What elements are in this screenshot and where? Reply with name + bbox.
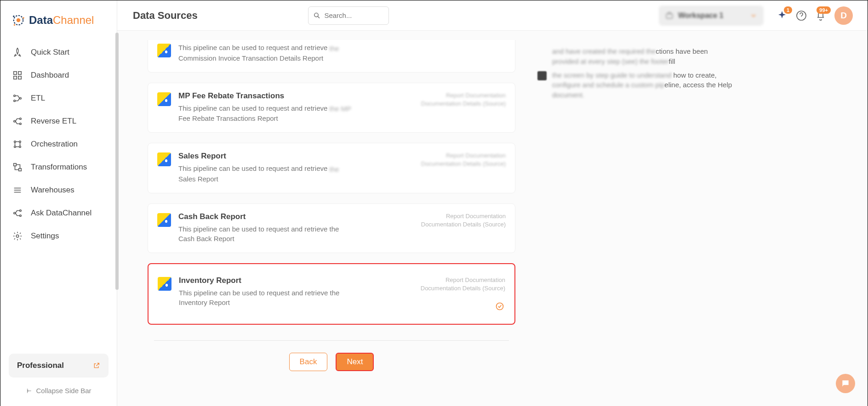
svg-point-10 bbox=[14, 100, 16, 102]
nav-label: Settings bbox=[31, 231, 59, 241]
svg-point-23 bbox=[14, 212, 16, 214]
card-desc: This pipeline can be used to request and… bbox=[178, 103, 353, 124]
flipkart-icon bbox=[158, 277, 171, 291]
svg-point-3 bbox=[23, 17, 24, 18]
card-links[interactable]: Report DocumentationDocumentation Detail… bbox=[421, 276, 505, 307]
card-desc: This pipeline can be used to request and… bbox=[178, 224, 353, 243]
topbar: Data Sources Workspace 1 1 bbox=[117, 0, 868, 31]
pipeline-card[interactable]: Cash Back Report This pipeline can be us… bbox=[148, 203, 515, 253]
flipkart-icon bbox=[157, 92, 171, 106]
sidebar-item-warehouses[interactable]: Warehouses bbox=[6, 179, 111, 202]
nav-label: Ask DataChannel bbox=[31, 209, 91, 218]
sidebar-scrollbar[interactable] bbox=[115, 33, 119, 290]
svg-point-31 bbox=[847, 382, 848, 383]
card-links[interactable]: Report DocumentationDocumentation Detail… bbox=[421, 91, 506, 124]
sidebar-item-transformations[interactable]: Transformations bbox=[6, 156, 111, 179]
nav-label: Warehouses bbox=[31, 186, 74, 195]
svg-rect-19 bbox=[14, 164, 17, 166]
divider bbox=[154, 340, 509, 341]
bell-badge: 99+ bbox=[817, 6, 831, 14]
nav-label: Quick Start bbox=[31, 48, 69, 57]
plan-label: Professional bbox=[17, 361, 64, 370]
card-desc: This pipeline can be used to request and… bbox=[179, 288, 354, 307]
main: Data Sources Workspace 1 1 bbox=[117, 0, 868, 406]
svg-point-13 bbox=[20, 123, 22, 125]
svg-rect-20 bbox=[19, 169, 22, 171]
pipeline-card[interactable]: This pipeline can be used to request and… bbox=[148, 40, 515, 73]
flipkart-icon bbox=[157, 44, 171, 57]
nav-label: Orchestration bbox=[31, 140, 78, 149]
info-panel: and have created the required thections … bbox=[537, 40, 786, 397]
sidebar-item-ask[interactable]: Ask DataChannel bbox=[6, 202, 111, 225]
svg-point-22 bbox=[20, 215, 22, 217]
plan-card[interactable]: Professional bbox=[9, 354, 108, 378]
sidebar-item-quickstart[interactable]: Quick Start bbox=[6, 41, 111, 64]
svg-rect-8 bbox=[18, 76, 21, 79]
svg-point-9 bbox=[14, 95, 16, 97]
search-box[interactable] bbox=[308, 6, 389, 25]
back-button[interactable]: Back bbox=[289, 353, 328, 371]
svg-point-29 bbox=[844, 382, 845, 383]
briefcase-icon bbox=[665, 11, 674, 20]
sparkle-button[interactable]: 1 bbox=[777, 10, 788, 21]
card-links[interactable]: Report DocumentationDocumentation Detail… bbox=[421, 152, 506, 184]
collapse-icon bbox=[26, 388, 32, 394]
svg-point-4 bbox=[14, 24, 15, 26]
svg-point-17 bbox=[14, 146, 16, 148]
page-title: Data Sources bbox=[133, 10, 198, 22]
sidebar-item-dashboard[interactable]: Dashboard bbox=[6, 64, 111, 87]
pipeline-card[interactable]: Sales Report This pipeline can be used t… bbox=[148, 143, 515, 193]
pipeline-list: This pipeline can be used to request and… bbox=[148, 40, 515, 397]
sidebar-item-settings[interactable]: Settings bbox=[6, 225, 111, 248]
workspace-selector[interactable]: Workspace 1 bbox=[659, 6, 764, 26]
svg-point-15 bbox=[14, 141, 16, 143]
help-icon bbox=[796, 10, 807, 21]
chat-icon bbox=[841, 379, 850, 388]
pipeline-card[interactable]: MP Fee Rebate Transactions This pipeline… bbox=[148, 83, 515, 133]
sidebar-nav: Quick Start Dashboard ETL Reverse ETL Or… bbox=[6, 41, 111, 351]
next-button[interactable]: Next bbox=[336, 353, 374, 371]
nav-label: Dashboard bbox=[31, 71, 69, 80]
sidebar-item-reverse-etl[interactable]: Reverse ETL bbox=[6, 110, 111, 133]
sidebar-item-orchestration[interactable]: Orchestration bbox=[6, 133, 111, 156]
svg-point-1 bbox=[17, 18, 21, 23]
sidebar: DataChannel Quick Start Dashboard ETL Re… bbox=[0, 0, 117, 406]
nav-label: ETL bbox=[31, 94, 45, 103]
collapse-sidebar[interactable]: Collapse Side Bar bbox=[6, 380, 111, 401]
card-title: MP Fee Rebate Transactions bbox=[178, 91, 414, 101]
svg-point-28 bbox=[497, 303, 503, 310]
content: This pipeline can be used to request and… bbox=[117, 31, 868, 406]
svg-rect-26 bbox=[666, 14, 673, 18]
notifications-button[interactable]: 99+ bbox=[815, 10, 826, 21]
svg-point-21 bbox=[20, 210, 22, 212]
sparkle-badge: 1 bbox=[784, 6, 792, 14]
card-desc: This pipeline can be used to request and… bbox=[178, 164, 353, 184]
help-button[interactable] bbox=[796, 10, 807, 21]
avatar[interactable]: D bbox=[834, 6, 853, 25]
chat-fab[interactable] bbox=[836, 374, 855, 393]
pipeline-card-selected[interactable]: Inventory Report This pipeline can be us… bbox=[148, 263, 515, 325]
svg-point-12 bbox=[20, 118, 22, 120]
wizard-actions: Back Next bbox=[148, 353, 515, 371]
svg-rect-6 bbox=[18, 72, 21, 74]
svg-point-16 bbox=[19, 141, 21, 143]
flipkart-icon bbox=[157, 152, 171, 166]
svg-point-18 bbox=[19, 146, 21, 148]
search-icon bbox=[313, 11, 321, 20]
card-desc: This pipeline can be used to request and… bbox=[178, 43, 353, 63]
card-title: Sales Report bbox=[178, 152, 414, 161]
nav-label: Transformations bbox=[31, 163, 87, 172]
search-input[interactable] bbox=[324, 11, 383, 19]
workspace-name: Workspace 1 bbox=[678, 11, 723, 20]
chevron-down-icon bbox=[750, 12, 757, 19]
brand-name: DataChannel bbox=[29, 14, 94, 27]
brand-logo: DataChannel bbox=[11, 12, 107, 28]
svg-rect-7 bbox=[14, 76, 17, 79]
sidebar-item-etl[interactable]: ETL bbox=[6, 87, 111, 110]
flipkart-icon bbox=[157, 213, 171, 227]
svg-point-11 bbox=[20, 97, 22, 99]
selected-check-icon bbox=[495, 302, 504, 311]
card-links[interactable]: Report DocumentationDocumentation Detail… bbox=[421, 212, 506, 243]
info-line: and have created the required thections … bbox=[537, 46, 786, 67]
svg-point-24 bbox=[16, 235, 19, 237]
